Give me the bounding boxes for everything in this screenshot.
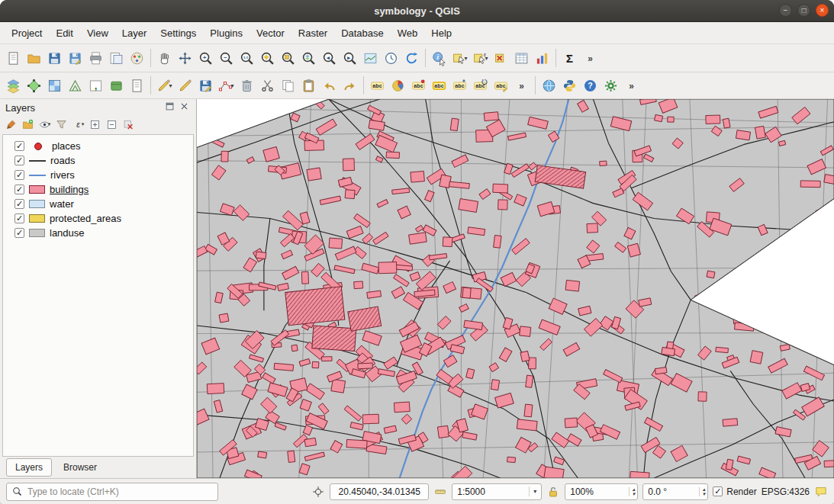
layer-checkbox[interactable]: ✓ [14,213,24,223]
select-by-expression-button[interactable]: ε▾ [470,48,491,69]
menu-raster[interactable]: Raster [291,24,334,42]
panel-tab-layers[interactable]: Layers [6,458,52,477]
zoom-native-button[interactable]: 1:1 [237,48,257,69]
layer-checkbox[interactable]: ✓ [14,228,24,238]
select-features-button[interactable]: ▾ [449,48,470,69]
layer-labeling-button[interactable]: abc [367,75,388,96]
metasearch-button[interactable] [539,75,559,96]
layer-item-landuse[interactable]: ✓landuse [3,226,193,240]
locate-bar[interactable] [6,483,218,501]
redo-button[interactable] [340,75,360,96]
open-project-button[interactable] [24,48,44,69]
open-layer-styling-button[interactable] [3,117,19,132]
toggle-editing-button[interactable] [175,75,195,96]
float-panel-button[interactable] [165,101,176,113]
zoom-in-button[interactable]: + [195,48,216,69]
panel-tab-browser[interactable]: Browser [54,458,106,477]
undo-button[interactable] [319,75,340,96]
menu-help[interactable]: Help [424,24,459,42]
expand-all-button[interactable] [87,117,103,132]
layer-checkbox[interactable]: ✓ [14,170,24,180]
open-attribute-table-button[interactable] [511,48,532,69]
temporal-controller-button[interactable] [381,48,401,69]
new-shapefile-layer-button[interactable] [127,75,147,96]
menu-web[interactable]: Web [391,24,425,42]
new-project-button[interactable] [3,48,24,69]
layer-checkbox[interactable]: ✓ [14,156,24,165]
layer-item-places[interactable]: ✓places [3,139,193,153]
save-project-as-button[interactable] [65,48,85,69]
processing-toolbox-button[interactable] [601,75,621,96]
scale-combo[interactable]: 1:5000 ▾ [452,483,542,500]
lock-scale-toggle[interactable] [546,485,560,499]
menu-settings[interactable]: Settings [153,24,203,42]
layer-item-buildings[interactable]: ✓buildings [3,182,193,197]
chevron-down-icon[interactable]: ▾ [169,82,172,89]
layer-item-protected_areas[interactable]: ✓protected_areas [3,211,193,226]
layer-checkbox[interactable]: ✓ [14,141,24,151]
show-statistics-button[interactable] [532,48,552,69]
add-raster-layer-button[interactable] [44,75,65,96]
chevron-down-icon[interactable]: ▾ [48,121,51,127]
maximize-button[interactable]: □ [797,4,810,17]
coordinate-extent-toggle[interactable] [311,485,325,499]
add-delimited-text-layer-button[interactable]: , [85,75,106,96]
messages-icon[interactable] [814,485,828,499]
change-label-button[interactable]: abc [491,75,511,96]
pan-map-button[interactable] [154,48,175,69]
delete-selected-button[interactable] [237,75,257,96]
remove-layer-button[interactable] [121,117,137,132]
manage-map-themes-button[interactable]: ▾ [37,117,53,132]
current-edits-button[interactable]: ▾ [154,75,175,96]
add-group-button[interactable] [20,117,36,132]
zoom-next-button[interactable]: ▸ [340,48,360,69]
style-manager-button[interactable] [127,48,147,69]
add-mesh-layer-button[interactable] [65,75,85,96]
chevron-down-icon[interactable]: ▾ [82,121,85,127]
spin-steppers[interactable]: ▴▾ [629,487,636,496]
menu-project[interactable]: Project [5,24,49,42]
crs-indicator[interactable]: EPSG:4326 [762,486,810,497]
menu-view[interactable]: View [80,24,115,42]
zoom-full-button[interactable] [257,48,278,69]
chevron-down-icon[interactable]: ▾ [230,82,233,89]
menu-plugins[interactable]: Plugins [203,24,250,42]
add-vector-layer-button[interactable] [24,75,44,96]
toolbar-overflow-button[interactable]: » [580,48,601,69]
deselect-features-button[interactable] [491,48,511,69]
spin-steppers[interactable]: ▴▾ [699,487,706,496]
magnifier-spinbox[interactable]: 100% ▴▾ [565,483,638,500]
close-button[interactable]: × [816,4,829,17]
rotate-label-button[interactable]: abc [470,75,491,96]
toolbar-overflow-2-button[interactable]: » [511,75,532,96]
zoom-to-selection-button[interactable] [278,48,298,69]
vertex-tool-button[interactable]: ▾ [216,75,237,96]
pan-to-selection-button[interactable] [175,48,195,69]
show-layout-manager-button[interactable] [106,48,127,69]
menu-layer[interactable]: Layer [115,24,154,42]
move-label-button[interactable]: abc [449,75,470,96]
layer-item-roads[interactable]: ✓roads [3,153,193,168]
chevron-down-icon[interactable]: ▾ [529,486,539,496]
collapse-all-button[interactable] [104,117,120,132]
minimize-button[interactable]: − [779,4,792,17]
zoom-last-button[interactable]: ◂ [319,48,340,69]
close-panel-button[interactable] [179,101,191,113]
chevron-down-icon[interactable]: ▾ [485,55,488,62]
menu-database[interactable]: Database [334,24,391,42]
locate-input[interactable] [26,486,212,498]
layer-diagram-button[interactable] [388,75,408,96]
new-map-view-button[interactable] [360,48,381,69]
chevron-down-icon[interactable]: ▾ [464,55,467,62]
refresh-map-button[interactable] [401,48,422,69]
layer-item-rivers[interactable]: ✓rivers [3,168,193,182]
layer-checkbox[interactable]: ✓ [14,185,24,194]
render-toggle[interactable]: ✓ Render [713,486,756,497]
new-geopackage-layer-button[interactable] [106,75,127,96]
layer-checkbox[interactable]: ✓ [14,199,24,209]
filter-legend-button[interactable] [53,117,69,132]
rotation-spinbox[interactable]: 0.0 ° ▴▾ [642,483,708,500]
coordinate-display[interactable]: 20.45040,-34.01345 [330,483,429,500]
zoom-out-button[interactable]: − [216,48,237,69]
new-print-layout-button[interactable] [85,48,106,69]
